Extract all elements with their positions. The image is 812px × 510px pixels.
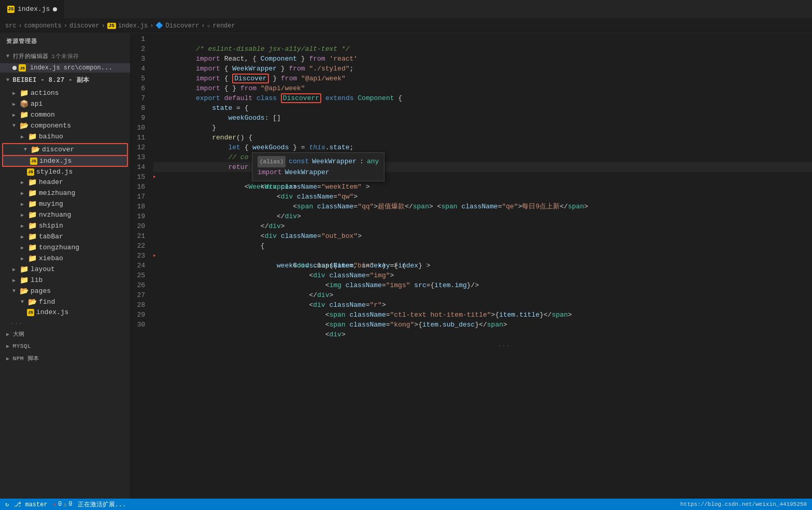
arrow-shipin (19, 223, 26, 229)
code-line-23: <div className="box" key={index} > (153, 251, 812, 261)
folder-common[interactable]: 📁 common (0, 109, 130, 120)
code-line-12: // co (alias) const WeekWrapper: any imp… (153, 143, 812, 152)
code-line-26: </div> (153, 280, 812, 290)
open-editors-count: 1个未保存 (52, 52, 79, 60)
git-branch: ⎇ master (14, 501, 47, 508)
open-editors-arrow: ▼ (6, 53, 10, 59)
folder-label-find: find (39, 298, 55, 306)
folder-label-meizhuang: meizhuang (39, 189, 75, 197)
folder-icon-tongzhuang: 📁 (28, 243, 37, 252)
folder-meizhuang[interactable]: 📁 meizhuang (0, 188, 130, 199)
folder-find[interactable]: 📂 find (0, 296, 130, 307)
open-file-item[interactable]: JS index.js src\compon... (0, 63, 130, 73)
folder-more-indicator: ... (0, 317, 130, 327)
folder-muying[interactable]: 📁 muying (0, 199, 130, 209)
project-header[interactable]: ▼ BEIBEI - 8.27 - 副本 (0, 73, 130, 88)
code-line-3: import { WeekWrapper } from "./styled"; (153, 54, 812, 64)
code-line-22: ▶ weekGoods.map((item, index) => ( (153, 241, 812, 251)
arrow-common (10, 112, 18, 118)
outline-section[interactable]: ▶ 大纲 (0, 328, 130, 340)
folder-label-xiebao: xiebao (39, 254, 63, 262)
folder-layout[interactable]: 📁 layout (0, 264, 130, 275)
mysql-section[interactable]: ▶ MYSQL (0, 341, 130, 351)
code-line-5: import { } from "@api/week" (153, 74, 812, 83)
code-line-8: weekGoods: [] (153, 103, 812, 113)
status-bar: ↻ ⎇ master ✕ 0 ⚠ 0 正在激活扩展... https://blo… (0, 499, 812, 510)
folder-actions[interactable]: 📁 actions (0, 88, 130, 98)
file-find-indexjs[interactable]: JS index.js (0, 307, 130, 317)
folder-icon-meizhuang: 📁 (28, 189, 37, 197)
folder-icon-discover: 📂 (31, 145, 40, 154)
code-line-11: let { weekGoods } = this.state; (153, 133, 812, 143)
folder-discover[interactable]: 📂 discover (2, 143, 128, 156)
folder-label-discover: discover (42, 146, 74, 153)
code-line-2: import React, { Component } from 'react' (153, 44, 812, 54)
code-area: 1 2 3 4 5 6 7 8 9 10 11 12 13 14 15 16 1… (131, 33, 812, 499)
outline-label: 大纲 (13, 330, 25, 338)
code-content[interactable]: /* eslint-disable jsx-a11y/alt-text */ i… (153, 33, 812, 499)
folder-pages[interactable]: 📂 pages (0, 286, 130, 296)
folder-xiebao[interactable]: 📁 xiebao (0, 253, 130, 264)
folder-icon-pages: 📂 (20, 287, 29, 295)
code-line-21: { (153, 231, 812, 241)
bc-indexjs: index.js (118, 22, 148, 30)
arrow-tongzhuang (19, 245, 26, 251)
bc-src: src (5, 22, 17, 30)
arrow-pages (10, 288, 18, 294)
code-editor[interactable]: 1 2 3 4 5 6 7 8 9 10 11 12 13 14 15 16 1… (131, 33, 812, 499)
js-icon-find-indexjs: JS (27, 309, 34, 316)
folder-nvzhuang[interactable]: 📁 nvzhuang (0, 209, 130, 220)
folder-shipin[interactable]: 📁 shipin (0, 220, 130, 231)
folder-tabbar[interactable]: 📁 tabBar (0, 231, 130, 242)
npm-section[interactable]: ▶ NPM 脚本 (0, 352, 130, 364)
folder-icon-shipin: 📁 (28, 221, 37, 230)
tab-label: index.js (18, 5, 50, 13)
activating-text: 正在激活扩展... (78, 500, 126, 509)
status-url: https://blog.csdn.net/weixin_44195250 (680, 501, 807, 507)
arrow-components (10, 123, 18, 129)
code-line-7: state = { (153, 93, 812, 103)
bc-discoverr-icon: 🔷 (155, 22, 163, 30)
folder-icon-api: 📦 (20, 100, 29, 108)
folder-api[interactable]: 📦 api (0, 98, 130, 109)
sidebar: 资源管理器 ▼ 打开的编辑器 1个未保存 JS index.js src\com… (0, 33, 131, 499)
code-line-6: export default class Discoverr extends C… (153, 83, 812, 93)
status-right: https://blog.csdn.net/weixin_44195250 (680, 501, 807, 507)
folder-label-nvzhuang: nvzhuang (39, 211, 71, 219)
code-line-25: <img className="imgs" src={item.img}/> (153, 271, 812, 280)
code-line-24: <div className="img"> (153, 261, 812, 271)
code-line-19: </div> (153, 211, 812, 221)
open-editors-header[interactable]: ▼ 打开的编辑器 1个未保存 (0, 49, 130, 63)
folder-icon-nvzhuang: 📁 (28, 210, 37, 219)
folder-label-api: api (31, 100, 42, 108)
code-line-4: import { Discover } from "@api/week" (153, 64, 812, 74)
js-icon: JS (19, 64, 26, 72)
folder-label-pages: pages (31, 287, 51, 295)
folder-components[interactable]: 📂 components (0, 120, 130, 131)
mysql-label: MYSQL (13, 343, 32, 349)
status-left: ↻ ⎇ master ✕ 0 ⚠ 0 正在激活扩展... (5, 500, 126, 509)
project-name: BEIBEI - 8.27 - 副本 (13, 76, 90, 84)
folder-icon-baihuo: 📁 (28, 132, 37, 141)
folder-icon-layout: 📁 (20, 265, 29, 274)
error-count: 0 (58, 501, 62, 508)
arrow-discover (22, 147, 29, 152)
folder-label-layout: layout (31, 265, 55, 273)
modified-indicator (53, 7, 57, 11)
editor-tab[interactable]: JS index.js (0, 0, 65, 19)
folder-label-muying: muying (39, 200, 63, 208)
file-styled-js[interactable]: JS styled.js (0, 167, 130, 177)
autocomplete-popup: (alias) const WeekWrapper: any import We… (252, 152, 384, 181)
folder-label-lib: lib (31, 276, 42, 284)
folder-baihuo[interactable]: 📁 baihuo (0, 131, 130, 142)
arrow-find (19, 299, 26, 305)
breadcrumb: src › components › discover › JS index.j… (0, 19, 812, 33)
code-line-30: <div> (153, 320, 812, 330)
file-index-js-discover[interactable]: JS index.js (2, 156, 128, 167)
bc-render-icon: ⬦ (207, 22, 210, 30)
folder-header[interactable]: 📁 header (0, 177, 130, 188)
folder-lib[interactable]: 📁 lib (0, 275, 130, 286)
folder-tongzhuang[interactable]: 📁 tongzhuang (0, 242, 130, 253)
sync-icon: ↻ (5, 501, 9, 508)
code-line-18: </div> (153, 202, 812, 211)
